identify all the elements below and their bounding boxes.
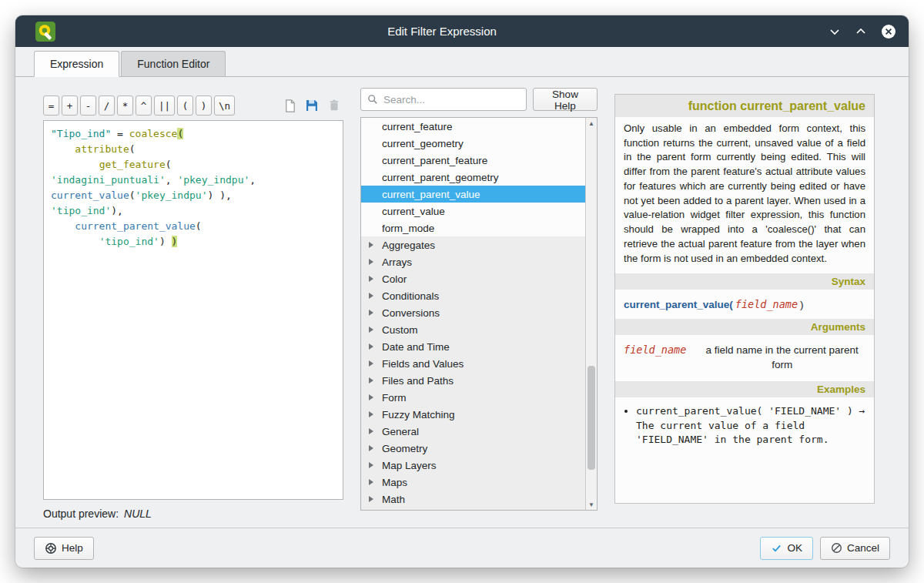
function-group-fields-and-values[interactable]: Fields and Values <box>361 355 585 372</box>
help-examples-content: current_parent_value( 'FIELD_NAME' ) → T… <box>615 397 874 454</box>
function-label: Arrays <box>382 256 412 268</box>
scroll-up-arrow-icon[interactable]: ▲ <box>586 118 597 129</box>
help-button-label: Help <box>62 542 83 554</box>
function-item-current-feature[interactable]: current_feature <box>361 118 585 135</box>
function-item-form-mode[interactable]: form_mode <box>361 219 585 236</box>
function-label: Files and Paths <box>382 375 454 387</box>
function-group-general[interactable]: General <box>361 423 585 440</box>
search-icon <box>367 94 378 105</box>
function-group-aggregates[interactable]: Aggregates <box>361 236 585 253</box>
function-label: current_parent_value <box>382 189 480 200</box>
help-syntax-header: Syntax <box>615 273 874 290</box>
output-preview: Output preview: NULL <box>43 508 343 520</box>
operator-buttons: =+-/*^||()\n <box>43 95 280 116</box>
operator-button[interactable]: / <box>99 95 115 116</box>
code-line: get_feature( <box>51 157 336 173</box>
operator-button[interactable]: * <box>117 95 133 116</box>
search-input[interactable] <box>383 94 520 106</box>
code-line: "Tipo_ind" = coalesce( <box>51 126 336 142</box>
function-group-conditionals[interactable]: Conditionals <box>361 287 585 304</box>
operator-button[interactable]: + <box>62 95 78 116</box>
expand-triangle-icon <box>369 293 373 299</box>
expression-code-editor[interactable]: "Tipo_ind" = coalesce( attribute( get_fe… <box>43 120 343 500</box>
function-group-maps[interactable]: Maps <box>361 474 585 491</box>
expand-triangle-icon <box>369 462 373 468</box>
function-list-scrollbar[interactable]: ▲ ▼ <box>585 118 597 510</box>
code-line: current_value('pkey_indpu') ), <box>51 188 336 203</box>
function-label: form_mode <box>382 223 434 234</box>
function-group-map-layers[interactable]: Map Layers <box>361 457 585 474</box>
function-group-conversions[interactable]: Conversions <box>361 304 585 321</box>
function-label: Map Layers <box>382 460 437 471</box>
scroll-down-arrow-icon[interactable]: ▼ <box>586 499 597 510</box>
maximize-window-button[interactable] <box>855 25 867 38</box>
function-group-date-and-time[interactable]: Date and Time <box>361 338 585 355</box>
shade-window-button[interactable] <box>829 25 841 38</box>
help-description: Only usable in an embedded form context,… <box>615 117 874 273</box>
tab-bar: Expression Function Editor <box>15 47 909 77</box>
function-item-current-parent-geometry[interactable]: current_parent_geometry <box>361 169 585 186</box>
cancel-button[interactable]: Cancel <box>820 537 890 560</box>
cancel-button-label: Cancel <box>847 542 879 554</box>
expression-toolbar: =+-/*^||()\n <box>43 95 343 116</box>
function-item-current-geometry[interactable]: current_geometry <box>361 135 585 152</box>
function-item-current-value[interactable]: current_value <box>361 203 585 219</box>
new-expression-button[interactable] <box>280 96 299 115</box>
function-label: current_feature <box>382 121 453 132</box>
expand-triangle-icon <box>369 377 373 384</box>
expand-triangle-icon <box>369 445 373 451</box>
operator-button[interactable]: \n <box>214 95 235 116</box>
operator-button[interactable]: ^ <box>136 95 152 116</box>
ok-button-label: OK <box>787 542 802 554</box>
ok-button[interactable]: OK <box>760 537 813 560</box>
function-group-custom[interactable]: Custom <box>361 321 585 338</box>
desktop-background: Edit Filter Expression Expression Functi… <box>0 0 924 583</box>
operator-button[interactable]: ( <box>177 95 193 116</box>
function-group-color[interactable]: Color <box>361 270 585 287</box>
expression-file-buttons <box>280 96 343 115</box>
function-group-form[interactable]: Form <box>361 389 585 406</box>
expand-triangle-icon <box>369 276 373 282</box>
tab-expression[interactable]: Expression <box>34 51 119 77</box>
expand-triangle-icon <box>369 479 373 485</box>
trash-icon <box>327 99 341 112</box>
operator-button[interactable]: = <box>43 95 59 116</box>
function-item-current-parent-feature[interactable]: current_parent_feature <box>361 152 585 169</box>
function-list: current_featurecurrent_geometrycurrent_p… <box>360 117 598 511</box>
scrollbar-track[interactable] <box>586 129 597 499</box>
scrollbar-thumb[interactable] <box>588 366 595 470</box>
delete-expression-button[interactable] <box>325 96 343 115</box>
operator-button[interactable]: || <box>154 95 175 116</box>
function-label: Fields and Values <box>382 358 464 370</box>
function-group-operators[interactable]: Operators <box>361 508 585 510</box>
help-button[interactable]: Help <box>34 537 94 560</box>
window-title: Edit Filter Expression <box>55 25 829 38</box>
function-item-current-parent-value[interactable]: current_parent_value <box>361 186 585 203</box>
cancel-icon <box>831 542 842 554</box>
output-preview-value: NULL <box>124 508 152 520</box>
function-label: Maps <box>382 477 407 488</box>
close-window-button[interactable] <box>881 24 896 39</box>
function-group-geometry[interactable]: Geometry <box>361 440 585 457</box>
dialog-footer: Help OK Cancel <box>15 528 909 568</box>
function-list-panel: Show Help current_featurecurrent_geometr… <box>360 88 598 520</box>
function-group-fuzzy-matching[interactable]: Fuzzy Matching <box>361 406 585 423</box>
titlebar[interactable]: Edit Filter Expression <box>15 15 909 47</box>
show-help-button[interactable]: Show Help <box>533 88 598 111</box>
function-group-math[interactable]: Math <box>361 491 585 508</box>
function-list-items: current_featurecurrent_geometrycurrent_p… <box>361 118 585 510</box>
function-group-arrays[interactable]: Arrays <box>361 253 585 270</box>
operator-button[interactable]: - <box>80 95 96 116</box>
function-group-files-and-paths[interactable]: Files and Paths <box>361 372 585 389</box>
operator-button[interactable]: ) <box>196 95 212 116</box>
search-box[interactable] <box>360 88 527 111</box>
code-line: current_parent_value( <box>51 219 336 234</box>
expand-triangle-icon <box>369 428 373 434</box>
code-line: attribute( <box>51 142 336 157</box>
save-expression-button[interactable] <box>303 96 321 115</box>
tab-function-editor[interactable]: Function Editor <box>121 51 226 76</box>
expand-triangle-icon <box>369 327 373 333</box>
qgis-logo-icon <box>35 22 55 42</box>
syntax-function-name: current_parent_value( <box>624 299 733 310</box>
syntax-argument: field_name <box>733 298 800 310</box>
